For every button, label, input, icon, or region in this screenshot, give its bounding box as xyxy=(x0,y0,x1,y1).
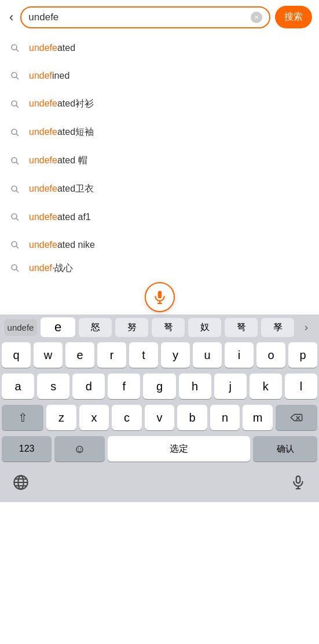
key-f[interactable]: f xyxy=(108,374,140,399)
confirm-key[interactable]: 确认 xyxy=(253,436,317,462)
suggestion-text: undefeated af1 xyxy=(29,212,91,222)
key-u[interactable]: u xyxy=(193,342,222,368)
suggestion-text: undefeated卫衣 xyxy=(29,183,94,195)
prediction-candidate[interactable]: 奴 xyxy=(188,318,221,337)
key-v[interactable]: v xyxy=(145,405,175,430)
back-button[interactable]: ‹ xyxy=(7,8,16,27)
space-key[interactable]: 选定 xyxy=(108,436,251,462)
list-item[interactable]: undefeated卫衣 xyxy=(0,175,319,203)
svg-point-12 xyxy=(12,214,17,219)
search-button[interactable]: 搜索 xyxy=(275,6,312,28)
key-g[interactable]: g xyxy=(143,374,175,399)
svg-point-4 xyxy=(12,101,17,106)
suggestion-text: undefeated衬衫 xyxy=(29,98,94,110)
prediction-candidate[interactable]: 弩 xyxy=(152,318,185,337)
emoji-icon: ☺ xyxy=(74,442,85,456)
key-e[interactable]: e xyxy=(65,342,94,368)
list-item[interactable]: undefeated xyxy=(0,34,319,62)
svg-line-9 xyxy=(16,162,19,164)
clear-button[interactable]: × xyxy=(251,12,262,23)
search-icon xyxy=(9,155,21,167)
key-b[interactable]: b xyxy=(177,405,207,430)
prediction-candidate[interactable]: 努 xyxy=(115,318,148,337)
suggestion-text: undef·战心 xyxy=(29,262,74,275)
svg-point-0 xyxy=(12,45,17,50)
search-icon xyxy=(9,98,21,110)
key-x[interactable]: x xyxy=(79,405,109,430)
svg-rect-28 xyxy=(296,476,300,483)
search-icon xyxy=(9,262,21,274)
list-item[interactable]: undefeated 帽 xyxy=(0,147,319,175)
list-item[interactable]: undefeated衬衫 xyxy=(0,90,319,118)
microphone-icon[interactable] xyxy=(289,473,307,492)
search-icon xyxy=(9,127,21,138)
svg-rect-18 xyxy=(157,291,162,298)
shift-key[interactable]: ⇧ xyxy=(2,405,43,430)
svg-line-17 xyxy=(16,269,19,272)
svg-line-13 xyxy=(16,218,19,221)
key-w[interactable]: w xyxy=(34,342,63,368)
svg-point-8 xyxy=(12,158,17,163)
svg-point-2 xyxy=(12,72,17,78)
key-p[interactable]: p xyxy=(288,342,317,368)
key-r[interactable]: r xyxy=(97,342,126,368)
key-i[interactable]: i xyxy=(225,342,254,368)
list-item[interactable]: undef·战心 xyxy=(0,259,319,277)
prediction-main[interactable]: e xyxy=(41,317,75,337)
key-row-1: q w e r t y u i o p xyxy=(2,342,317,368)
suggestion-text: undefeated xyxy=(29,43,75,53)
key-h[interactable]: h xyxy=(179,374,211,399)
suggestion-list: undefeated undefined undefeated衬衫 xyxy=(0,34,319,277)
key-a[interactable]: a xyxy=(2,374,34,399)
key-n[interactable]: n xyxy=(210,405,240,430)
key-d[interactable]: d xyxy=(72,374,105,399)
prediction-candidate[interactable]: 怒 xyxy=(79,318,112,337)
svg-line-11 xyxy=(16,190,19,192)
prediction-candidate[interactable]: 孥 xyxy=(261,318,294,337)
key-t[interactable]: t xyxy=(129,342,158,368)
key-s[interactable]: s xyxy=(37,374,69,399)
bottom-bar xyxy=(0,467,319,502)
list-item[interactable]: undefined xyxy=(0,62,319,90)
delete-key[interactable] xyxy=(276,405,317,430)
svg-line-1 xyxy=(16,49,19,52)
emoji-key[interactable]: ☺ xyxy=(54,436,104,462)
key-o[interactable]: o xyxy=(256,342,285,368)
key-z[interactable]: z xyxy=(46,405,76,430)
keyboard: q w e r t y u i o p a s d f g h j k l ⇧ xyxy=(0,340,319,462)
list-item[interactable]: undefeated af1 xyxy=(0,203,319,231)
key-row-2: a s d f g h j k l xyxy=(2,374,317,399)
prediction-candidate[interactable]: 弩 xyxy=(225,318,258,337)
key-q[interactable]: q xyxy=(2,342,31,368)
search-input-wrapper: × xyxy=(20,6,270,28)
svg-line-5 xyxy=(16,105,19,107)
svg-point-16 xyxy=(12,265,17,270)
suggestion-text: undefeated 帽 xyxy=(29,155,87,167)
expand-predictions-button[interactable]: › xyxy=(296,317,317,338)
globe-icon[interactable] xyxy=(12,473,30,492)
num-key[interactable]: 123 xyxy=(2,436,52,462)
svg-line-3 xyxy=(16,77,19,79)
key-y[interactable]: y xyxy=(161,342,190,368)
prediction-prefix[interactable]: undefe xyxy=(4,319,37,336)
voice-button[interactable] xyxy=(145,282,175,312)
search-icon xyxy=(9,211,21,223)
list-item[interactable]: undefeated nike xyxy=(0,231,319,259)
key-c[interactable]: c xyxy=(112,405,142,430)
svg-line-7 xyxy=(16,133,19,136)
key-k[interactable]: k xyxy=(250,374,282,399)
key-row-3: ⇧ z x c v b n m xyxy=(2,405,317,430)
suggestion-text: undefined xyxy=(29,71,69,81)
svg-line-15 xyxy=(16,246,19,248)
search-input[interactable] xyxy=(28,12,251,23)
suggestion-text: undefeated短袖 xyxy=(29,126,94,138)
list-item[interactable]: undefeated短袖 xyxy=(0,118,319,147)
voice-button-container xyxy=(0,277,319,314)
svg-point-10 xyxy=(12,186,17,191)
key-m[interactable]: m xyxy=(243,405,273,430)
suggestion-text: undefeated nike xyxy=(29,240,95,250)
search-icon xyxy=(9,184,21,195)
search-icon xyxy=(9,42,21,54)
key-j[interactable]: j xyxy=(214,374,247,399)
key-l[interactable]: l xyxy=(285,374,317,399)
